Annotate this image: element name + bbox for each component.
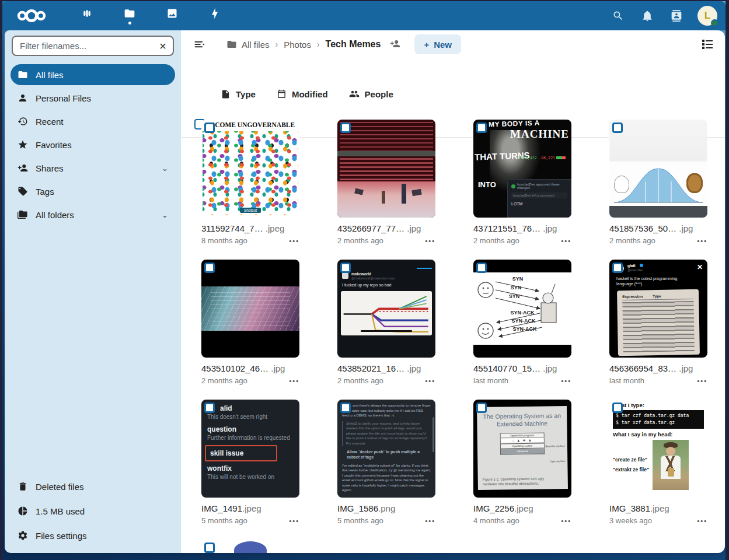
files-app-icon[interactable]: [116, 2, 143, 29]
file-thumbnail[interactable]: ✕ glatt @lowroller haskell is the cutest…: [609, 260, 707, 358]
sidebar-item-all-folders[interactable]: All folders ⌄: [11, 204, 175, 225]
file-thumbnail[interactable]: What I type: $ tar czf data.tar.gz data$…: [609, 400, 707, 498]
file-actions-button[interactable]: •••: [425, 517, 435, 524]
file-basename: 435266977_77…: [337, 223, 404, 233]
chevron-down-icon[interactable]: ⌄: [162, 211, 168, 219]
file-card[interactable]: What I type: $ tar czf data.tar.gz data$…: [609, 400, 707, 525]
file-actions-button[interactable]: •••: [289, 237, 299, 244]
file-actions-button[interactable]: •••: [561, 377, 571, 384]
file-card[interactable]: 451857536_50… .jpg 2 months ago•••: [609, 120, 707, 245]
meme-face-right: [686, 173, 703, 193]
dashboard-app-icon[interactable]: [74, 2, 100, 29]
file-checkbox[interactable]: [204, 542, 215, 553]
sidebar-item-recent[interactable]: Recent: [11, 111, 175, 132]
sidebar-item-label: Favorites: [36, 140, 72, 150]
breadcrumb-current-folder[interactable]: Tech Memes: [326, 39, 381, 50]
file-extension: .jpg: [540, 363, 557, 373]
file-date: 5 months ago: [337, 516, 383, 525]
user-avatar[interactable]: L: [697, 6, 717, 26]
file-checkbox[interactable]: [340, 402, 351, 413]
file-checkbox[interactable]: [476, 262, 487, 273]
file-actions-button[interactable]: •••: [697, 237, 707, 244]
file-thumbnail[interactable]: BECOME UNGOVERNABLE Shotcut: [201, 120, 299, 218]
file-card[interactable]: alid This doesn't seem right question Fu…: [201, 400, 299, 525]
file-thumbnail[interactable]: SYN SYN SYN SYN-ACK SYN-ACK SYN-ACK: [473, 260, 571, 358]
file-checkbox[interactable]: [204, 123, 215, 133]
file-checkbox[interactable]: [204, 402, 215, 413]
filter-chip-modified[interactable]: Modified: [277, 89, 328, 99]
file-thumbnail[interactable]: MY BODY IS A MACHINE THAT TURNS INTO +27…: [473, 120, 571, 218]
unified-search-icon[interactable]: [610, 8, 626, 24]
file-checkbox[interactable]: [340, 262, 351, 273]
file-thumbnail[interactable]: [337, 120, 435, 218]
file-thumbnail[interactable]: [201, 540, 299, 553]
file-checkbox[interactable]: [204, 262, 215, 273]
svg-text:SYN: SYN: [512, 276, 524, 282]
quota-label: 1.5 MB used: [36, 506, 85, 516]
share-folder-icon[interactable]: [390, 38, 400, 51]
file-extension: .jpeg: [263, 223, 285, 233]
file-actions-button[interactable]: •••: [697, 517, 707, 524]
file-card[interactable]: BECOME UNGOVERNABLE Shotcut 311592744_7……: [201, 120, 299, 245]
file-actions-button[interactable]: •••: [561, 517, 571, 524]
file-basename: 437121551_76…: [473, 223, 540, 233]
file-card[interactable]: sucks, and there's always the opportunit…: [337, 400, 435, 525]
view-list-toggle-icon[interactable]: [700, 37, 716, 52]
file-thumbnail[interactable]: [201, 260, 299, 358]
file-actions-button[interactable]: •••: [697, 377, 707, 384]
sidebar-item-favorites[interactable]: Favorites: [11, 134, 175, 155]
file-checkbox[interactable]: [340, 123, 351, 133]
filter-filenames-input[interactable]: [12, 36, 174, 56]
sidebar-item-personal-files[interactable]: Personal Files: [11, 88, 175, 108]
file-card[interactable]: [201, 540, 299, 553]
file-actions-button[interactable]: •••: [561, 237, 571, 244]
filter-chip-type[interactable]: Type: [221, 89, 256, 99]
file-thumbnail[interactable]: [609, 120, 707, 218]
file-thumbnail[interactable]: makeworld @makeworld@mastodon.town I fuc…: [337, 260, 435, 358]
sidebar-item-deleted-files[interactable]: Deleted files: [11, 476, 175, 497]
file-date: 2 months ago: [473, 236, 519, 245]
collapse-sidebar-icon[interactable]: [191, 36, 208, 52]
file-card[interactable]: SYN SYN SYN SYN-ACK SYN-ACK SYN-ACK 4551…: [473, 260, 571, 385]
bavarian-man-photo: [653, 440, 689, 490]
nextcloud-logo-icon[interactable]: [16, 8, 47, 23]
file-card[interactable]: makeworld @makeworld@mastodon.town I fuc…: [337, 260, 435, 385]
file-checkbox[interactable]: [612, 402, 623, 413]
sidebar-item-tags[interactable]: Tags: [11, 181, 175, 202]
file-checkbox[interactable]: [476, 402, 487, 413]
chevron-down-icon[interactable]: ⌄: [162, 164, 168, 173]
breadcrumb-all-files[interactable]: All files: [226, 39, 270, 50]
file-thumbnail[interactable]: The Operating System as an Extended Mach…: [473, 400, 571, 498]
file-actions-button[interactable]: •••: [425, 237, 435, 244]
notifications-bell-icon[interactable]: [639, 8, 655, 24]
sidebar-item-label: All files: [36, 70, 64, 80]
sidebar-item-quota[interactable]: 1.5 MB used: [11, 501, 175, 522]
activity-app-icon[interactable]: [201, 2, 228, 29]
file-checkbox[interactable]: [612, 262, 623, 273]
file-card[interactable]: 453510102_46… .jpg 2 months ago•••: [201, 260, 299, 385]
file-card[interactable]: MY BODY IS A MACHINE THAT TURNS INTO +27…: [473, 120, 571, 245]
sidebar-item-shares[interactable]: Shares ⌄: [11, 158, 175, 178]
new-button[interactable]: + New: [414, 34, 461, 54]
breadcrumb-photos[interactable]: Photos: [284, 40, 311, 50]
file-card[interactable]: 435266977_77… .jpg 2 months ago•••: [337, 120, 435, 245]
file-thumbnail[interactable]: sucks, and there's always the opportunit…: [337, 400, 435, 498]
main-panel: ✕ All files Personal Files Recent Favor: [5, 30, 725, 553]
file-actions-button[interactable]: •••: [289, 517, 299, 524]
file-extension: .jpg: [268, 363, 285, 373]
file-actions-button[interactable]: •••: [289, 377, 299, 384]
file-basename: 456366954_83…: [609, 363, 676, 373]
filter-clear-icon[interactable]: ✕: [156, 40, 169, 52]
contacts-icon[interactable]: [668, 8, 685, 24]
file-card[interactable]: The Operating System as an Extended Mach…: [473, 400, 571, 525]
file-actions-button[interactable]: •••: [425, 377, 435, 384]
filter-chip-people[interactable]: People: [349, 89, 393, 99]
file-checkbox[interactable]: [612, 123, 623, 133]
sidebar-item-files-settings[interactable]: Files settings: [11, 525, 175, 546]
file-checkbox[interactable]: [476, 123, 487, 133]
photos-app-icon[interactable]: [159, 2, 186, 29]
file-card[interactable]: ✕ glatt @lowroller haskell is the cutest…: [609, 260, 707, 385]
sidebar-item-all-files[interactable]: All files: [11, 64, 175, 85]
plus-icon: +: [424, 40, 429, 50]
file-thumbnail[interactable]: alid This doesn't seem right question Fu…: [201, 400, 299, 498]
